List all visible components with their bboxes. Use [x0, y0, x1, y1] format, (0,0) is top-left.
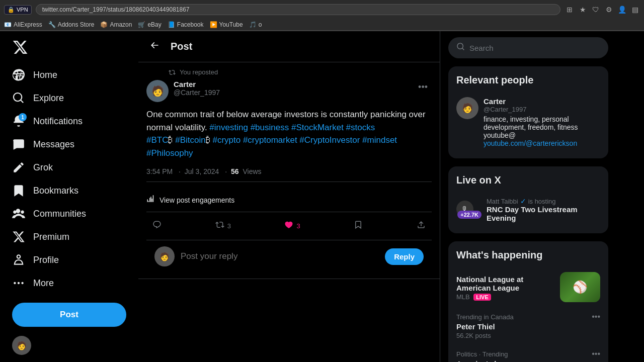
post-button[interactable]: Post: [12, 303, 126, 327]
grok-icon: [12, 161, 25, 174]
bookmark-icon: [354, 220, 363, 232]
like-count: 3: [296, 222, 300, 230]
sidebar-item-bookmarks[interactable]: Bookmarks: [6, 179, 132, 202]
relevant-person-avatar: 🧑: [456, 97, 478, 119]
bookmark-amazon[interactable]: 📦 Amazon: [100, 21, 132, 28]
user-avatar: 🧑: [12, 336, 31, 355]
relevant-people-title: Relevant people: [448, 72, 608, 92]
bookmark-youtube[interactable]: ▶️ YouTube: [210, 21, 243, 28]
happening-pt-more[interactable]: •••: [592, 312, 600, 321]
repost-label: You reposted: [169, 68, 432, 76]
shield-icon[interactable]: 🛡: [591, 5, 601, 15]
sidebar-item-notifications[interactable]: 1 Notifications: [6, 110, 132, 133]
happening-am-more[interactable]: •••: [592, 349, 600, 358]
tweet-views-count: 56: [231, 167, 239, 175]
happening-pt-title: Peter Thiel: [456, 322, 600, 331]
happening-mlb[interactable]: National League at American League MLB L…: [448, 267, 608, 307]
relevant-person-handle: @Carter_1997: [484, 106, 600, 113]
live-event-title: RNC Day Two Livestream Evening: [487, 205, 600, 222]
share-icon: [417, 220, 426, 232]
happening-mlb-info: National League at American League MLB L…: [456, 274, 555, 301]
reply-input[interactable]: [181, 251, 379, 261]
address-bar[interactable]: twitter.com/Carter_1997/status/180862040…: [36, 4, 560, 15]
reply-user-avatar: 🧑: [154, 246, 175, 266]
happening-pt-category: Trending in Canada •••: [456, 312, 600, 321]
hashtag-mindset[interactable]: #mindset: [362, 135, 397, 145]
relevant-person-link[interactable]: youtube.com/@cartererickson: [484, 139, 577, 147]
happening-mlb-title: National League at American League: [456, 275, 555, 292]
hashtag-cryptoinvestor[interactable]: #CryptoInvestor: [299, 135, 360, 145]
relevant-person-info: Carter @Carter_1997 finance, investing, …: [484, 97, 600, 147]
hashtag-btc[interactable]: #BTC: [146, 135, 168, 145]
hashtag-business[interactable]: #business: [251, 123, 289, 132]
search-box[interactable]: document.querySelector('[data-name="sear…: [448, 37, 608, 58]
explore-label: Explore: [33, 93, 64, 104]
sidebar-item-explore[interactable]: Explore: [6, 86, 132, 110]
profile-label: Profile: [33, 255, 59, 265]
like-icon: [284, 220, 293, 232]
hashtag-bitcoin[interactable]: #Bitcoin: [175, 135, 205, 145]
other-icon: 🎵: [249, 21, 257, 28]
hashtag-investing[interactable]: #investing: [209, 123, 248, 132]
live-host-label: Matt Taibbi ✓ is hosting: [487, 197, 600, 205]
happening-americas[interactable]: Politics · Trending ••• America's h...: [448, 344, 608, 362]
sidebar-item-communities[interactable]: Communities: [6, 202, 132, 225]
author-name[interactable]: Carter: [174, 80, 409, 88]
happening-peter-thiel[interactable]: Trending in Canada ••• Peter Thiel 56.2K…: [448, 307, 608, 344]
like-action-button[interactable]: 3: [278, 216, 306, 236]
relevant-person-card[interactable]: 🧑 Carter @Carter_1997 finance, investing…: [448, 92, 608, 152]
sidebar-item-grok[interactable]: Grok: [6, 156, 132, 179]
settings-icon[interactable]: ⚙: [604, 5, 614, 15]
facebook-icon: 📘: [168, 21, 175, 28]
hashtag-stockmarket[interactable]: #StockMarket: [291, 123, 344, 132]
user-card[interactable]: 🧑: [6, 331, 132, 360]
whats-happening-title: What's happening: [448, 247, 608, 267]
main-content: Post You reposted 🧑 Carter @Carter_1997 …: [138, 31, 440, 362]
live-item[interactable]: 🎙 +22.7K Matt Taibbi ✓ is hosting RNC Da…: [448, 192, 608, 227]
x-logo[interactable]: [6, 35, 132, 61]
bookmark-action-button[interactable]: [348, 216, 369, 236]
live-text: Matt Taibbi ✓ is hosting RNC Day Two Liv…: [487, 197, 600, 222]
sidebar-item-messages[interactable]: Messages: [6, 133, 132, 156]
sidebar-item-home[interactable]: Home: [6, 63, 132, 86]
communities-icon: [12, 207, 25, 220]
bookmark-other[interactable]: 🎵 o: [249, 21, 262, 28]
retweet-action-button[interactable]: 3: [209, 216, 237, 236]
sidebar-item-profile[interactable]: Profile: [6, 248, 132, 272]
search-input[interactable]: [469, 44, 600, 52]
profile-browser-icon[interactable]: 👤: [617, 5, 627, 15]
relevant-person-bio: finance, investing, personal development…: [484, 115, 600, 147]
more-icon: [12, 277, 25, 290]
happening-pt-subtitle: 56.2K posts: [456, 332, 600, 339]
tweet-author-avatar[interactable]: 🧑: [146, 80, 169, 102]
hashtag-crypto[interactable]: #crypto: [212, 135, 240, 145]
tweet-more-button[interactable]: •••: [414, 80, 432, 95]
right-sidebar: document.querySelector('[data-name="sear…: [440, 31, 616, 362]
hashtag-stocks[interactable]: #stocks: [346, 123, 375, 132]
vpn-badge[interactable]: 🔒 VPN: [4, 5, 32, 15]
back-button[interactable]: [146, 37, 163, 56]
bookmark-aliexpress[interactable]: 📧 AliExpress: [4, 21, 42, 28]
reply-button[interactable]: Reply: [385, 248, 424, 265]
sidebar-item-premium[interactable]: Premium: [6, 225, 132, 248]
bookmark-facebook[interactable]: 📘 Facebook: [168, 21, 204, 28]
tweet-meta: 3:54 PM · Jul 3, 2024 · 56 Views: [146, 167, 432, 182]
hashtag-cryptomarket[interactable]: #cryptomarket: [243, 135, 297, 145]
view-engagements-button[interactable]: View post engagements: [146, 188, 432, 212]
reply-action-button[interactable]: [146, 216, 168, 236]
happening-am-title: America's h...: [456, 359, 600, 362]
search-icon: [456, 42, 465, 53]
bookmark-addons[interactable]: 🔧 Addons Store: [48, 21, 95, 28]
extensions-icon[interactable]: ⊞: [565, 5, 575, 15]
messages-label: Messages: [33, 139, 74, 150]
hashtag-philosophy[interactable]: #Philosophy: [146, 148, 193, 158]
bookmark-ebay[interactable]: 🛒 eBay: [138, 21, 161, 28]
author-handle[interactable]: @Carter_1997: [174, 88, 409, 97]
sidebar-browser-icon[interactable]: ▤: [630, 5, 640, 15]
explore-icon: [12, 92, 25, 105]
share-action-button[interactable]: [411, 216, 432, 236]
sidebar-item-more[interactable]: More: [6, 272, 132, 295]
bookmark-star-icon[interactable]: ★: [578, 5, 588, 15]
grok-label: Grok: [33, 162, 53, 173]
premium-label: Premium: [33, 232, 69, 242]
